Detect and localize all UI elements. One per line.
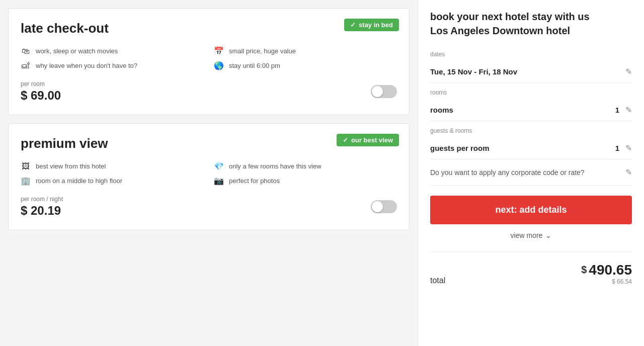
feature-text: work, sleep or watch movies (36, 47, 118, 55)
dates-value: Tue, 15 Nov - Fri, 18 Nov (430, 67, 625, 76)
hotel-name: Los Angeles Downtown hotel (430, 25, 632, 37)
next-add-details-button[interactable]: next: add details (430, 196, 632, 224)
our-best-view-badge: our best view (337, 134, 399, 146)
badge-label: stay in bed (359, 21, 393, 29)
corporate-text: Do you want to apply any corporate code … (430, 168, 625, 177)
price-value: $ 20.19 (21, 204, 63, 218)
feature-text: small price, huge value (229, 47, 296, 55)
total-main-line: $ 490.65 (581, 262, 632, 278)
guests-field-label: guests per room (430, 144, 615, 152)
total-sub-value: $ 66.54 (581, 278, 632, 285)
total-label: total (430, 276, 445, 285)
sofa-icon: 🛋 (21, 61, 31, 70)
price-value: $ 69.00 (21, 89, 61, 103)
feature-row: 🛍 work, sleep or watch movies (21, 46, 204, 56)
badge-label: our best view (351, 136, 393, 144)
price-label: per room (21, 80, 61, 88)
image-icon: 🖼 (21, 162, 31, 171)
view-more-label: view more (511, 231, 543, 239)
price-label: per room / night (21, 196, 63, 203)
total-main-value: 490.65 (589, 262, 632, 278)
rooms-section-label: rooms (430, 89, 632, 96)
total-row: total $ 490.65 $ 66.54 (430, 251, 632, 285)
guests-value: 1 (615, 144, 619, 152)
feature-row: 💎 only a few rooms have this view (214, 161, 397, 171)
view-more-row[interactable]: view more ⌄ (430, 231, 632, 239)
corporate-row: Do you want to apply any corporate code … (430, 159, 632, 186)
guests-section-label: guests & rooms (430, 127, 632, 134)
feature-text: why leave when you don't have to? (36, 62, 137, 69)
guests-row: guests per room 1 ✎ (430, 137, 632, 159)
feature-row: 🌎 stay until 6:00 pm (214, 61, 397, 70)
premium-view-features: 🖼 best view from this hotel 💎 only a few… (21, 161, 397, 186)
late-checkout-title: late check-out (21, 21, 397, 36)
building-icon: 🏢 (21, 176, 31, 186)
globe-icon: 🌎 (214, 61, 224, 70)
premium-view-card: our best view premium view 🖼 best view f… (8, 123, 410, 230)
guests-edit-icon[interactable]: ✎ (625, 143, 632, 153)
diamond-icon: 💎 (214, 161, 224, 171)
feature-text: best view from this hotel (36, 162, 106, 170)
late-checkout-price-block: per room $ 69.00 (21, 80, 61, 103)
feature-text: only a few rooms have this view (229, 162, 321, 170)
feature-row: 📅 small price, huge value (214, 46, 397, 56)
feature-text: stay until 6:00 pm (229, 62, 280, 69)
dates-section-label: dates (430, 51, 632, 58)
premium-view-toggle[interactable] (371, 200, 397, 213)
dollar-sign: $ (581, 264, 587, 276)
late-checkout-price-section: per room $ 69.00 (21, 80, 397, 103)
premium-view-price-block: per room / night $ 20.19 (21, 196, 63, 218)
feature-text: perfect for photos (229, 177, 280, 185)
feature-row: 📷 perfect for photos (214, 176, 397, 186)
feature-row: 🏢 room on a middle to high floor (21, 176, 204, 186)
dates-edit-icon[interactable]: ✎ (625, 67, 632, 76)
feature-text: room on a middle to high floor (36, 177, 122, 185)
feature-row: 🖼 best view from this hotel (21, 161, 204, 171)
corporate-edit-icon[interactable]: ✎ (625, 167, 632, 177)
total-amount-block: $ 490.65 $ 66.54 (581, 262, 632, 285)
camera-icon: 📷 (214, 176, 224, 186)
late-checkout-toggle[interactable] (371, 85, 397, 98)
rooms-row: rooms 1 ✎ (430, 99, 632, 121)
dates-row: Tue, 15 Nov - Fri, 18 Nov ✎ (430, 61, 632, 83)
premium-view-price-section: per room / night $ 20.19 (21, 196, 397, 218)
right-panel: book your next hotel stay with us Los An… (418, 0, 644, 346)
rooms-value: 1 (615, 106, 619, 114)
left-panel: stay in bed late check-out 🛍 work, sleep… (0, 0, 418, 346)
right-heading: book your next hotel stay with us (430, 10, 632, 23)
chevron-down-icon: ⌄ (545, 231, 551, 239)
feature-row: 🛋 why leave when you don't have to? (21, 61, 204, 70)
late-checkout-features: 🛍 work, sleep or watch movies 📅 small pr… (21, 46, 397, 70)
stay-in-bed-badge: stay in bed (344, 19, 399, 31)
calendar-icon: 📅 (214, 46, 224, 56)
rooms-edit-icon[interactable]: ✎ (625, 105, 632, 115)
rooms-field-label: rooms (430, 106, 615, 114)
bed-icon: 🛍 (21, 47, 31, 56)
late-checkout-card: stay in bed late check-out 🛍 work, sleep… (8, 8, 410, 115)
